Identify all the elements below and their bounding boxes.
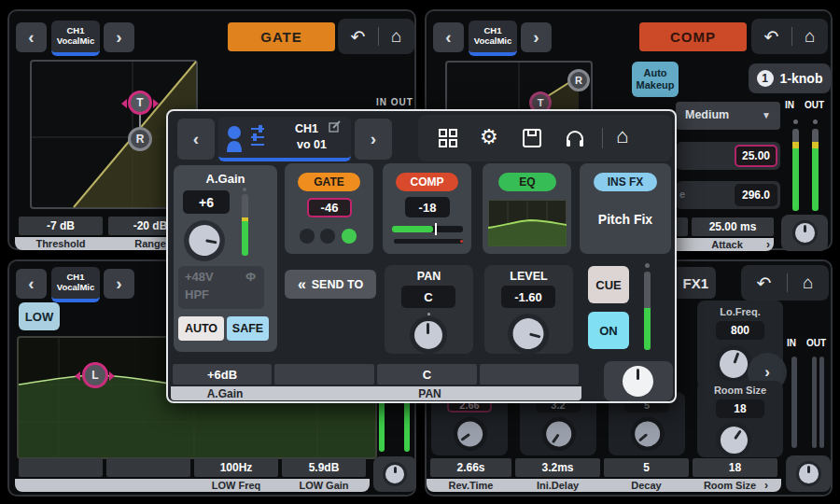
auto-makeup-button[interactable]: Auto Makeup [632,62,679,97]
decay-knob[interactable] [631,417,665,451]
comp-value[interactable]: -18 [405,197,450,217]
marker-right-arrow [153,99,159,108]
room-size-value[interactable]: 18 [716,399,764,418]
undo-icon[interactable]: ↶ [756,273,771,294]
gate-title-button[interactable]: GATE [228,22,335,51]
footer-cell[interactable] [106,458,190,477]
comp-threshold-tick [435,223,437,235]
ins-fx-pill-button[interactable]: INS FX [594,173,657,191]
forward-icon: › [371,129,376,149]
room-size-cell[interactable]: 18 [693,458,777,477]
channel-label: VocalMic [57,36,94,47]
touch-knob-button[interactable] [604,361,673,401]
one-knob-button[interactable]: 1 1-knob [749,63,831,93]
again-value[interactable]: +6 [183,190,230,214]
pan-center-dot [427,313,430,315]
pan-value[interactable]: C [401,286,455,308]
on-button[interactable]: ON [588,312,629,349]
undo-icon[interactable]: ↶ [763,26,778,48]
comp-title-button[interactable]: COMP [639,22,747,51]
gate-value[interactable]: -46 [307,198,352,217]
comp-gr-meter [392,226,463,232]
footer-cell[interactable] [274,364,374,385]
comp-ratio-marker[interactable]: R [567,69,590,91]
attack-value-cell[interactable]: 25.00 ms [692,217,774,236]
lo-freq-knob[interactable] [715,345,752,383]
channel-next-button[interactable]: › [104,269,134,299]
eq-low-band-marker[interactable]: L [82,362,108,388]
rev-time-cell[interactable]: 2.66s [430,458,511,477]
home-icon[interactable]: ⌂ [803,273,813,293]
channel-label: VocalMic [57,283,94,293]
level-knob[interactable] [508,314,549,355]
low-freq-value-cell[interactable]: 100Hz [194,458,278,477]
channel-select-button[interactable]: CH1 VocalMic [51,21,100,56]
overlay-channel-button[interactable]: CH1 vo 01 [218,117,351,161]
ins-fx-card[interactable]: INS FX Pitch Fix [580,163,671,254]
low-freq-label: LOW Freq [194,479,278,492]
comp-pill-button[interactable]: COMP [396,173,458,191]
channel-select-button[interactable]: CH1 VocalMic [51,267,100,302]
peak-dot-red [460,240,463,243]
comp-type-dropdown[interactable]: Medium ▼ [676,102,780,130]
home-icon[interactable]: ⌂ [391,26,401,47]
footer-again-cell[interactable]: +6dB [173,364,272,385]
rev-time-knob[interactable] [454,417,487,451]
channel-prev-button[interactable]: ‹ [16,269,47,299]
save-icon[interactable] [521,127,543,149]
overlay-channel-id: CH1 [295,122,318,135]
touch-knob-button[interactable] [373,456,416,492]
comp-card[interactable]: COMP -18 [383,163,471,254]
auto-gain-button[interactable]: AUTO [178,316,224,341]
marker-left-arrow [121,99,127,108]
lo-freq-value[interactable]: 800 [716,321,764,340]
pan-knob[interactable] [410,316,447,354]
channel-next-button[interactable]: › [521,22,552,52]
settings-gear-icon[interactable]: ⚙ [480,125,498,149]
headphones-icon[interactable] [564,127,586,149]
touch-knob-button[interactable] [781,215,828,251]
overlay-next-channel-button[interactable]: › [355,119,392,160]
level-value[interactable]: -1.60 [501,286,555,308]
home-icon[interactable]: ⌂ [616,124,628,148]
home-icon[interactable]: ⌂ [805,26,815,47]
room-size-knob[interactable] [716,422,751,457]
undo-icon[interactable]: ↶ [350,26,365,48]
footer-cell[interactable] [19,458,103,477]
footer-cell[interactable] [480,364,579,385]
comp-release-value[interactable]: 296.0 [735,184,777,206]
channel-select-button[interactable]: CH1 VocalMic [469,21,517,56]
decay-cell[interactable]: 5 [604,458,689,477]
footer-pan-cell[interactable]: C [377,364,477,385]
cue-button[interactable]: CUE [588,266,629,303]
again-knob[interactable] [184,220,225,261]
overlay-prev-channel-button[interactable]: ‹ [177,119,215,160]
again-title: A.Gain [174,172,277,186]
low-gain-value-cell[interactable]: 5.9dB [282,458,366,477]
eq-card[interactable]: EQ [483,163,571,254]
gate-pill-button[interactable]: GATE [298,173,360,191]
in-out-label: IN OUT [376,97,413,107]
send-to-button[interactable]: « SEND TO [285,270,376,299]
ini-delay-cell[interactable]: 3.2ms [515,458,600,477]
view-grid-icon[interactable] [437,127,459,149]
safe-button[interactable]: SAFE [227,316,269,341]
channel-next-button[interactable]: › [104,22,134,52]
level-card: LEVEL -1.60 [484,265,573,354]
channel-prev-button[interactable]: ‹ [433,22,464,52]
gate-card[interactable]: GATE -46 [285,163,373,254]
ini-delay-knob[interactable] [542,417,576,451]
low-band-button[interactable]: LOW [19,302,60,330]
gate-range-marker[interactable]: R [128,127,152,151]
back-icon: ‹ [28,27,34,48]
room-size-label: Room Size [697,385,783,396]
lo-freq-label: Lo.Freq. [697,306,783,317]
channel-prev-button[interactable]: ‹ [16,22,47,52]
fx-footer-labels: Rev.Time Ini.Delay Decay Room Size › [427,479,781,492]
eq-pill-button[interactable]: EQ [498,173,556,191]
gate-threshold-marker[interactable]: T [128,91,152,115]
comp-threshold-value[interactable]: 25.00 [735,145,777,167]
phantom-hpf-box[interactable]: +48V Φ HPF [178,266,264,309]
touch-knob-button[interactable] [786,455,831,492]
threshold-value-cell[interactable]: -7 dB [19,217,103,235]
